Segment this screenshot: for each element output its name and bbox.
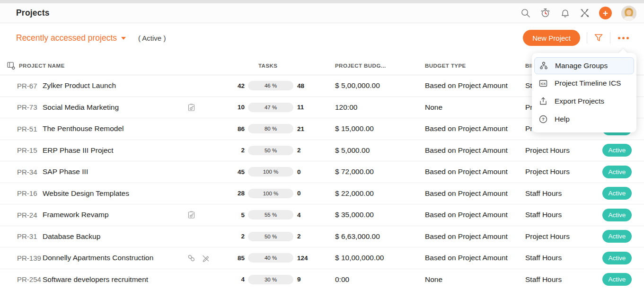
closed-task-count: 28	[227, 190, 245, 197]
budget-type-value: Based on Project Amount	[425, 211, 525, 219]
table-row[interactable]: PR-34 SAP Phase III 45 100 % 0 $ 72,000.…	[0, 161, 644, 183]
project-name-link[interactable]: SAP Phase III	[43, 167, 182, 176]
task-progress-label: 46 %	[248, 81, 293, 90]
clipboard-lock-icon	[187, 211, 195, 219]
task-progress-label: 47 %	[248, 103, 293, 112]
budget-type-value: Based on Project Amount	[425, 81, 525, 90]
status-badge[interactable]: Active	[602, 144, 632, 157]
header-tasks[interactable]: TASKS	[227, 63, 333, 69]
status-badge[interactable]: Active	[602, 273, 632, 286]
tools-icon[interactable]	[580, 8, 590, 18]
toolbar: Recently accessed projects ( Active ) Ne…	[0, 23, 644, 53]
table-row[interactable]: PR-15 ERP Phase III Project 2 50 % 2 $ 5…	[0, 140, 644, 162]
task-progress-bar: 30 %	[248, 275, 293, 284]
table-row[interactable]: PR-139 Donnelly Apartments Construction …	[0, 247, 644, 269]
menu-item-label: Manage Groups	[555, 62, 608, 70]
new-project-button[interactable]: New Project	[523, 30, 580, 46]
page-title: Projects	[16, 8, 50, 18]
project-id: PR-67	[17, 82, 43, 90]
status-badge[interactable]: Active	[602, 166, 632, 178]
project-name-link[interactable]: Software developers recruitment	[43, 275, 182, 284]
project-budget-value: $ 6,63,000.00	[333, 232, 425, 241]
project-name-link[interactable]: The Penthouse Remodel	[43, 124, 182, 133]
budget-type-value: Based on Project Amount	[425, 167, 525, 176]
open-task-count: 21	[297, 125, 304, 132]
project-id: PR-51	[17, 125, 43, 133]
open-task-count: 4	[297, 211, 301, 219]
project-flags	[182, 103, 227, 112]
task-progress-bar: 47 %	[248, 103, 293, 112]
menu-item-label: Help	[555, 115, 570, 123]
task-progress-bar: 50 %	[248, 232, 293, 241]
header-project-budget[interactable]: PROJECT BUDG...	[333, 63, 425, 69]
task-progress-bar: 55 %	[248, 210, 293, 220]
project-budget-value: 0:00	[333, 275, 425, 284]
billing-method-value: Staff Hours	[525, 211, 598, 219]
menu-item-label: Export Projects	[555, 97, 604, 105]
project-name-link[interactable]: Framework Revamp	[43, 211, 182, 219]
billing-method-value: Staff Hours	[525, 275, 598, 284]
project-name-link[interactable]: Donnelly Apartments Construction	[43, 254, 182, 262]
project-budget-value: $ 35,000.00	[333, 211, 425, 219]
billing-method-value: Project Hours	[525, 146, 598, 155]
table-row[interactable]: PR-24 Framework Revamp 5 55 % 4 $ 35,00	[0, 204, 644, 226]
status-badge[interactable]: Active	[602, 252, 632, 264]
add-icon[interactable]: +	[599, 7, 612, 19]
divider	[587, 32, 587, 44]
header-budget-type[interactable]: BUDGET TYPE	[425, 63, 525, 69]
tasks-cell: 2 50 % 2	[227, 146, 333, 155]
table-row[interactable]: PR-16 Website Design Templates 28 100 % …	[0, 183, 644, 205]
table-row[interactable]: PR-31 Database Backup 2 50 % 2 $ 6,63,00…	[0, 226, 644, 248]
task-progress-label: 100 %	[248, 189, 293, 198]
budget-type-value: None	[425, 103, 525, 112]
project-name-link[interactable]: Social Media Marketing	[43, 103, 182, 112]
project-name-link[interactable]: Website Design Templates	[43, 189, 182, 198]
open-task-count: 48	[297, 82, 304, 89]
timer-icon[interactable]	[540, 8, 551, 18]
chevron-down-icon	[121, 37, 126, 40]
task-progress-label: 50 %	[248, 232, 293, 241]
project-name-link[interactable]: ERP Phase III Project	[43, 146, 182, 155]
project-id: PR-254	[17, 275, 43, 283]
project-id: PR-73	[17, 103, 43, 111]
open-task-count: 11	[297, 104, 304, 111]
billing-method-value: Staff Hours	[525, 189, 598, 198]
project-name-link[interactable]: Database Backup	[43, 232, 182, 241]
project-id: PR-16	[17, 189, 43, 197]
project-id: PR-139	[17, 254, 43, 262]
svg-text:ICS: ICS	[541, 82, 546, 85]
ics-icon: ICS	[538, 79, 548, 88]
avatar[interactable]	[621, 6, 636, 21]
closed-task-count: 85	[227, 255, 245, 262]
task-progress-bar: 40 %	[248, 253, 293, 263]
view-selector-dropdown[interactable]: Recently accessed projects	[16, 33, 126, 43]
filter-icon[interactable]	[594, 33, 603, 43]
more-options-button[interactable]	[617, 35, 630, 41]
header-project-name[interactable]: PROJECT NAME	[19, 63, 65, 69]
status-badge[interactable]: Active	[602, 187, 632, 200]
task-progress-bar: 100 %	[248, 167, 293, 176]
notifications-icon[interactable]	[560, 8, 570, 18]
project-budget-value: 120:00	[333, 103, 425, 112]
status-badge[interactable]: Active	[602, 230, 632, 243]
search-icon[interactable]	[520, 8, 530, 18]
topbar: Projects	[0, 3, 644, 23]
project-name-link[interactable]: Zylker Product Launch	[43, 81, 182, 90]
billing-method-value: Staff Hours	[525, 254, 598, 262]
tasks-cell: 42 46 % 48	[227, 81, 333, 90]
table-row[interactable]: PR-254 Software developers recruitment 4…	[0, 269, 644, 290]
open-task-count: 9	[297, 276, 301, 283]
view-selector-label: Recently accessed projects	[16, 33, 117, 43]
menu-item-export-projects[interactable]: Export Projects	[532, 92, 636, 110]
menu-item-project-timeline-ics[interactable]: ICS Project Timeline ICS	[532, 74, 636, 92]
open-task-count: 0	[297, 168, 301, 176]
menu-item-help[interactable]: ? Help	[532, 110, 636, 128]
status-badge[interactable]: Active	[602, 209, 632, 221]
billing-method-value: Project Hours	[525, 167, 598, 176]
tasks-cell: 28 100 % 0	[227, 189, 333, 198]
closed-task-count: 10	[227, 104, 245, 111]
menu-item-manage-groups[interactable]: Manage Groups	[534, 57, 634, 74]
tasks-cell: 86 80 % 21	[227, 124, 333, 133]
column-settings-icon[interactable]	[7, 61, 16, 71]
task-progress-bar: 46 %	[248, 81, 293, 90]
